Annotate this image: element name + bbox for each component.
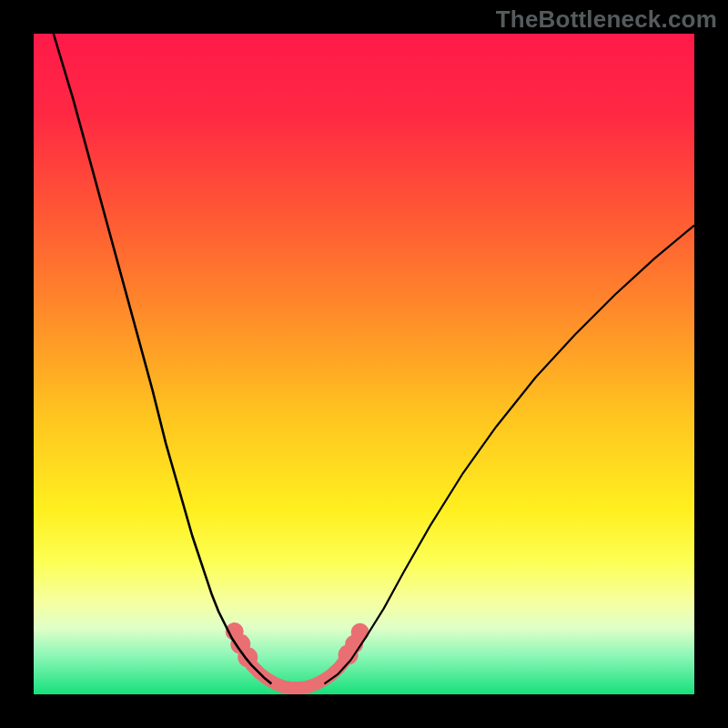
- bottom-link: [252, 662, 345, 688]
- plot-area: [34, 34, 694, 694]
- watermark-label: TheBottleneck.com: [496, 5, 717, 34]
- left-curve: [54, 34, 272, 683]
- series-group: [54, 34, 694, 688]
- right-curve: [324, 226, 694, 684]
- frame: TheBottleneck.com: [0, 0, 728, 728]
- right-dot-3: [351, 623, 369, 642]
- curves-layer: [34, 34, 694, 694]
